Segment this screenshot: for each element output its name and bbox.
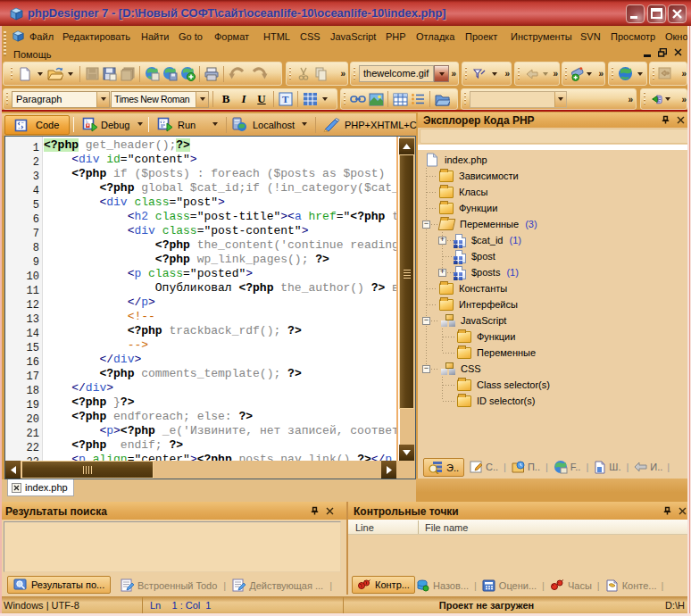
svg-text:T: T [282, 94, 289, 104]
